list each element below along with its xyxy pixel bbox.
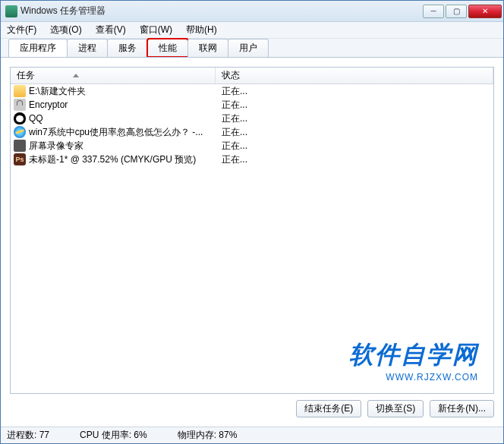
minimize-button[interactable]: ─ bbox=[423, 5, 444, 18]
watermark-title: 软件自学网 bbox=[349, 339, 478, 372]
task-name: win7系统中cpu使用率忽高忽低怎么办？ -... bbox=[29, 126, 203, 139]
menu-windows[interactable]: 窗口(W) bbox=[137, 22, 175, 38]
titlebar[interactable]: Windows 任务管理器 ─ ▢ ✕ bbox=[1, 1, 503, 22]
ie-icon bbox=[14, 126, 26, 138]
content-area: 任务 状态 软件自学网 WWW.RJZXW.COM E:\新建文件夹正在...E… bbox=[1, 57, 503, 427]
list-rows: 软件自学网 WWW.RJZXW.COM E:\新建文件夹正在...Encrypt… bbox=[11, 84, 493, 393]
penguin-icon bbox=[14, 112, 26, 124]
lock-icon bbox=[14, 99, 26, 111]
status-cpu: CPU 使用率: 6% bbox=[80, 429, 147, 442]
column-task-label: 任务 bbox=[17, 69, 35, 82]
tab-processes[interactable]: 进程 bbox=[67, 39, 108, 57]
menu-file[interactable]: 文件(F) bbox=[4, 22, 39, 38]
close-button[interactable]: ✕ bbox=[468, 5, 502, 18]
tab-services[interactable]: 服务 bbox=[107, 39, 148, 57]
task-status: 正在... bbox=[216, 126, 493, 139]
column-header-task[interactable]: 任务 bbox=[11, 68, 216, 83]
table-row[interactable]: E:\新建文件夹正在... bbox=[11, 84, 493, 98]
tab-performance[interactable]: 性能 bbox=[147, 39, 188, 57]
applications-list: 任务 状态 软件自学网 WWW.RJZXW.COM E:\新建文件夹正在...E… bbox=[10, 67, 494, 394]
vid-icon bbox=[14, 140, 26, 152]
menubar: 文件(F) 选项(O) 查看(V) 窗口(W) 帮助(H) bbox=[1, 22, 503, 39]
status-processes: 进程数: 77 bbox=[7, 429, 49, 442]
watermark-url: WWW.RJZXW.COM bbox=[349, 372, 478, 383]
menu-options[interactable]: 选项(O) bbox=[47, 22, 84, 38]
list-header: 任务 状态 bbox=[11, 68, 493, 84]
menu-view[interactable]: 查看(V) bbox=[93, 22, 129, 38]
button-row: 结束任务(E) 切换至(S) 新任务(N)... bbox=[10, 394, 494, 417]
table-row[interactable]: QQ正在... bbox=[11, 112, 493, 125]
tab-applications[interactable]: 应用程序 bbox=[8, 39, 68, 57]
tab-users[interactable]: 用户 bbox=[228, 39, 269, 57]
task-name: Encryptor bbox=[29, 99, 68, 110]
task-name: 屏幕录像专家 bbox=[29, 140, 83, 153]
end-task-button[interactable]: 结束任务(E) bbox=[296, 400, 361, 417]
window-title: Windows 任务管理器 bbox=[20, 5, 423, 17]
folder-icon bbox=[14, 85, 26, 97]
task-status: 正在... bbox=[216, 85, 493, 98]
maximize-button[interactable]: ▢ bbox=[446, 5, 467, 18]
menu-help[interactable]: 帮助(H) bbox=[183, 22, 220, 38]
new-task-button[interactable]: 新任务(N)... bbox=[430, 400, 494, 417]
watermark: 软件自学网 WWW.RJZXW.COM bbox=[349, 339, 478, 383]
status-memory: 物理内存: 87% bbox=[178, 429, 238, 442]
column-header-status[interactable]: 状态 bbox=[216, 68, 493, 83]
task-manager-window: Windows 任务管理器 ─ ▢ ✕ 文件(F) 选项(O) 查看(V) 窗口… bbox=[0, 0, 504, 444]
table-row[interactable]: Encryptor正在... bbox=[11, 98, 493, 112]
table-row[interactable]: 屏幕录像专家正在... bbox=[11, 139, 493, 153]
switch-to-button[interactable]: 切换至(S) bbox=[367, 400, 424, 417]
task-status: 正在... bbox=[216, 99, 493, 112]
table-row[interactable]: win7系统中cpu使用率忽高忽低怎么办？ -...正在... bbox=[11, 125, 493, 139]
table-row[interactable]: Ps未标题-1* @ 337.52% (CMYK/GPU 预览)正在... bbox=[11, 153, 493, 166]
task-status: 正在... bbox=[216, 153, 493, 166]
sort-ascending-icon bbox=[73, 74, 79, 77]
statusbar: 进程数: 77 CPU 使用率: 6% 物理内存: 87% bbox=[1, 427, 503, 443]
task-name: E:\新建文件夹 bbox=[29, 85, 86, 98]
task-name: 未标题-1* @ 337.52% (CMYK/GPU 预览) bbox=[29, 153, 196, 166]
task-status: 正在... bbox=[216, 112, 493, 125]
task-status: 正在... bbox=[216, 140, 493, 153]
ps-icon: Ps bbox=[14, 153, 26, 165]
app-icon bbox=[5, 5, 17, 17]
tab-networking[interactable]: 联网 bbox=[187, 39, 228, 57]
task-name: QQ bbox=[29, 113, 43, 124]
tab-strip: 应用程序 进程 服务 性能 联网 用户 bbox=[1, 39, 503, 57]
column-status-label: 状态 bbox=[222, 69, 240, 82]
